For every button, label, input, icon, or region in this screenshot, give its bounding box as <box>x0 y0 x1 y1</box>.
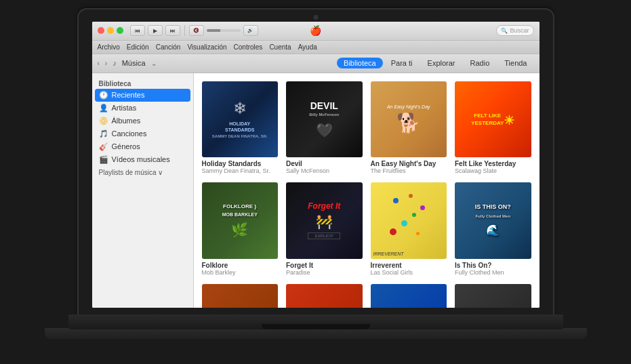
album-title-folklore: Folklore <box>202 262 279 269</box>
sidebar-label-recientes: Recientes <box>112 91 145 99</box>
sidebar-playlist-label[interactable]: Playlists de música ∨ <box>92 166 193 178</box>
genre-icon: 🎸 <box>99 142 108 151</box>
album-title-isthison: Is This On? <box>455 262 531 269</box>
separator <box>184 25 185 36</box>
album-cover-folklore: FOLKLORE }MOB BARKLEY 🌿 <box>202 182 279 259</box>
back-button[interactable]: ‹ <box>98 60 100 67</box>
nav-tabs: Biblioteca Para ti Explorar Radio Tienda <box>337 58 533 68</box>
close-button[interactable] <box>98 27 104 34</box>
dots-decoration <box>371 182 447 259</box>
search-icon: 🔍 <box>501 28 508 34</box>
minimize-button[interactable] <box>107 27 114 34</box>
volume-up-icon[interactable]: 🔊 <box>243 25 258 36</box>
album-artist-felt: Scalawag Slate <box>455 167 531 174</box>
album-felt[interactable]: FELT LIKEYESTERDAY ☀ Felt Like Yesterday… <box>455 81 531 175</box>
album-cover-felt: FELT LIKEYESTERDAY ☀ <box>455 81 531 158</box>
music-note-icon: ♪ <box>113 59 117 67</box>
forward-button[interactable]: ⏭ <box>165 25 180 36</box>
location-label: Música <box>122 59 146 67</box>
tab-explorar[interactable]: Explorar <box>421 58 462 68</box>
menu-visualizacion[interactable]: Visualización <box>187 43 226 51</box>
album-devil[interactable]: DEVIL Billy McFenson 🖤 Devil Sally McFen… <box>286 81 363 175</box>
main-content: HOLIDAYSTANDARDSSAMMY DEAN FINATRA, SR. … <box>194 73 540 308</box>
album-artist-folklore: Mob Barkley <box>202 269 279 276</box>
volume-down-icon[interactable]: 🔇 <box>189 25 204 36</box>
album-easy[interactable]: An Easy Night's Day 🐕 An Easy Night's Da… <box>371 81 447 175</box>
album-isthison[interactable]: IS THIS ON? Fully Clothed Men 🌊 Is This … <box>455 182 531 276</box>
sidebar-item-generos[interactable]: 🎸 Géneros <box>92 140 193 153</box>
recent-icon: 🕐 <box>99 91 108 100</box>
maximize-button[interactable] <box>117 27 123 34</box>
album-bottom3[interactable]: SUNSET BLUES <box>371 284 447 308</box>
sidebar-item-canciones[interactable]: 🎵 Canciones <box>92 127 193 140</box>
album-artist-isthison: Fully Clothed Men <box>455 269 531 276</box>
sidebar-label-albumes: Álbumes <box>112 117 141 125</box>
album-cover-bottom2 <box>286 284 363 308</box>
tab-tienda[interactable]: Tienda <box>497 58 533 68</box>
album-bottom4[interactable] <box>455 284 531 308</box>
menu-ayuda[interactable]: Ayuda <box>298 43 317 51</box>
menubar: Archivo Edición Canción Visualización Co… <box>92 41 540 54</box>
body: Biblioteca 🕐 Recientes 👤 Artistas 📀 Álbu… <box>92 73 540 308</box>
album-title-devil: Devil <box>286 160 363 167</box>
menu-cancion[interactable]: Canción <box>156 43 181 51</box>
album-bottom1[interactable] <box>202 284 279 308</box>
album-forget[interactable]: Forget It 🚧 EXPLICIT Forget It Paradise <box>286 182 363 276</box>
menu-archivo[interactable]: Archivo <box>98 43 120 51</box>
search-placeholder: Buscar <box>510 27 529 34</box>
forward-button[interactable]: › <box>105 60 107 67</box>
album-artist-forget: Paradise <box>286 269 363 276</box>
tab-biblioteca[interactable]: Biblioteca <box>337 58 383 68</box>
sidebar-label-videos: Vídeos musicales <box>112 155 170 163</box>
sidebar-item-artistas[interactable]: 👤 Artistas <box>92 102 193 115</box>
navbar: ‹ › ♪ Música ⌄ Biblioteca Para ti Explor… <box>92 54 540 73</box>
screen: ⏮ ▶ ⏭ 🔇 🔊 🍎 🔍 Buscar Archivo Edición <box>92 22 540 308</box>
sidebar-label-generos: Géneros <box>112 142 140 150</box>
album-cover-isthison: IS THIS ON? Fully Clothed Men 🌊 <box>455 182 531 259</box>
album-title-forget: Forget It <box>286 262 363 269</box>
album-irreverent[interactable]: IRREVERENT Irreverent Las Social Girls <box>371 182 447 276</box>
album-cover-bottom4 <box>455 284 531 308</box>
sidebar-label-artistas: Artistas <box>112 104 137 112</box>
tab-para-ti[interactable]: Para ti <box>384 58 420 68</box>
camera <box>313 15 318 20</box>
album-cover-forget: Forget It 🚧 EXPLICIT <box>286 182 363 259</box>
album-artist-easy: The Fruitflies <box>371 167 447 174</box>
album-title-irreverent: Irreverent <box>371 262 447 269</box>
video-icon: 🎬 <box>99 155 108 164</box>
menu-cuenta[interactable]: Cuenta <box>269 43 291 51</box>
song-icon: 🎵 <box>99 129 108 138</box>
laptop: ⏮ ▶ ⏭ 🔇 🔊 🍎 🔍 Buscar Archivo Edición <box>58 9 573 355</box>
search-box[interactable]: 🔍 Buscar <box>496 25 533 36</box>
album-grid: HOLIDAYSTANDARDSSAMMY DEAN FINATRA, SR. … <box>202 81 531 308</box>
menu-controles[interactable]: Controles <box>234 43 263 51</box>
album-icon: 📀 <box>99 117 108 125</box>
album-cover-irreverent: IRREVERENT <box>371 182 447 259</box>
album-cover-bottom1 <box>202 284 279 308</box>
volume-slider[interactable] <box>207 29 241 32</box>
album-artist-irreverent: Las Social Girls <box>371 269 447 276</box>
rewind-button[interactable]: ⏮ <box>130 25 145 36</box>
dropdown-icon[interactable]: ⌄ <box>151 60 157 67</box>
album-title-holiday: Holiday Standards <box>202 160 279 167</box>
apple-logo-icon: 🍎 <box>310 25 321 36</box>
sidebar-item-videos[interactable]: 🎬 Vídeos musicales <box>92 153 193 166</box>
laptop-bottom <box>45 328 587 339</box>
album-bottom2[interactable] <box>286 284 363 308</box>
tab-radio[interactable]: Radio <box>464 58 497 68</box>
sidebar-item-recientes[interactable]: 🕐 Recientes <box>95 89 190 102</box>
album-cover-holiday: HOLIDAYSTANDARDSSAMMY DEAN FINATRA, SR. <box>202 81 279 158</box>
album-folklore[interactable]: FOLKLORE }MOB BARKLEY 🌿 Folklore Mob Bar… <box>202 182 279 276</box>
sidebar: Biblioteca 🕐 Recientes 👤 Artistas 📀 Álbu… <box>92 73 194 308</box>
artist-icon: 👤 <box>99 104 108 113</box>
sidebar-item-albumes[interactable]: 📀 Álbumes <box>92 115 193 127</box>
titlebar: ⏮ ▶ ⏭ 🔇 🔊 🍎 🔍 Buscar <box>92 22 540 41</box>
menu-edicion[interactable]: Edición <box>127 43 149 51</box>
play-button[interactable]: ▶ <box>148 25 163 36</box>
sidebar-section-biblioteca: Biblioteca <box>92 77 193 89</box>
album-cover-devil: DEVIL Billy McFenson 🖤 <box>286 81 363 158</box>
album-holiday-standards[interactable]: HOLIDAYSTANDARDSSAMMY DEAN FINATRA, SR. … <box>202 81 279 175</box>
laptop-base <box>68 315 563 329</box>
album-title-easy: An Easy Night's Day <box>371 160 447 167</box>
album-cover-easy: An Easy Night's Day 🐕 <box>371 81 447 158</box>
